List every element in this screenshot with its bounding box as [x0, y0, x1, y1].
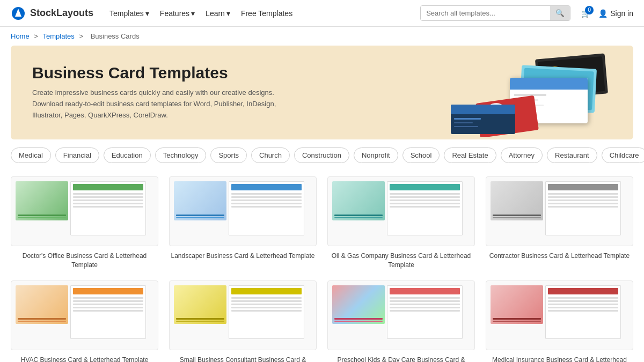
template-preview-preschool	[327, 280, 475, 350]
search-bar: 🔍	[420, 5, 570, 21]
template-grid: Doctor's Office Business Card & Letterhe…	[0, 171, 644, 362]
hero-section: Business Card Templates Create impressiv…	[11, 46, 633, 139]
category-restaurant[interactable]: Restaurant	[547, 147, 597, 163]
search-icon: 🔍	[555, 9, 565, 17]
nav-templates[interactable]: Templates ▾	[109, 9, 149, 18]
nav-learn[interactable]: Learn ▾	[206, 9, 230, 18]
template-card-consultant[interactable]: Small Business Consultant Business Card …	[169, 280, 317, 362]
logo-text: StockLayouts	[30, 8, 93, 19]
navbar: StockLayouts Templates ▾ Features ▾ Lear…	[0, 0, 644, 27]
svg-rect-10	[510, 87, 588, 90]
template-card-oilgas[interactable]: Oil & Gas Company Business Card & Letter…	[327, 176, 475, 270]
nav-free-templates[interactable]: Free Templates	[241, 9, 292, 18]
template-preview-consultant	[169, 280, 317, 350]
category-medical[interactable]: Medical	[11, 147, 51, 163]
category-sports[interactable]: Sports	[210, 147, 247, 163]
template-title: Oil & Gas Company Business Card & Letter…	[327, 252, 475, 270]
template-card-landscaper[interactable]: Landscaper Business Card & Letterhead Te…	[169, 176, 317, 270]
category-school[interactable]: School	[402, 147, 440, 163]
svg-rect-11	[514, 94, 546, 96]
category-financial[interactable]: Financial	[55, 147, 99, 163]
template-title: Small Business Consultant Business Card …	[169, 356, 317, 362]
sign-in-button[interactable]: 👤 Sign in	[598, 9, 633, 18]
template-card-doctors[interactable]: Doctor's Office Business Card & Letterhe…	[11, 176, 158, 270]
breadcrumb-current: Business Cards	[91, 32, 140, 40]
site-logo[interactable]: StockLayouts	[11, 6, 93, 21]
template-title: Doctor's Office Business Card & Letterhe…	[11, 252, 158, 270]
nav-right: 🛒 0 👤 Sign in	[581, 9, 633, 18]
template-preview-doctors	[11, 176, 158, 246]
template-title: Medical Insurance Business Card & Letter…	[486, 356, 633, 362]
logo-icon	[11, 6, 26, 21]
template-title: HVAC Business Card & Letterhead Template	[11, 356, 158, 362]
nav-features[interactable]: Features ▾	[160, 9, 195, 18]
hero-title: Business Card Templates	[32, 64, 301, 82]
hero-description: Create impressive business cards quickly…	[32, 87, 301, 121]
template-preview-contractor	[486, 176, 633, 246]
hero-images: Business MEDIA	[445, 51, 617, 137]
category-church[interactable]: Church	[251, 147, 290, 163]
svg-rect-20	[454, 118, 481, 120]
category-education[interactable]: Education	[104, 147, 151, 163]
category-construction[interactable]: Construction	[294, 147, 349, 163]
nav-links: Templates ▾ Features ▾ Learn ▾ Free Temp…	[109, 9, 420, 18]
search-button[interactable]: 🔍	[550, 6, 570, 20]
svg-rect-19	[451, 105, 515, 114]
cart-badge: 0	[585, 6, 594, 14]
breadcrumb: Home > Templates > Business Cards	[0, 27, 644, 46]
template-title: Landscaper Business Card & Letterhead Te…	[169, 252, 317, 261]
template-preview-medinsurance	[486, 280, 633, 350]
template-card-preschool[interactable]: Preschool Kids & Day Care Business Card …	[327, 280, 475, 362]
template-preview-hvac	[11, 280, 158, 350]
cart-button[interactable]: 🛒 0	[581, 9, 590, 18]
template-card-contractor[interactable]: Contractor Business Card & Letterhead Te…	[486, 176, 633, 270]
template-preview-landscaper	[169, 176, 317, 246]
chevron-down-icon: ▾	[145, 9, 149, 18]
breadcrumb-templates[interactable]: Templates	[43, 32, 75, 40]
category-nonprofit[interactable]: Nonprofit	[354, 147, 398, 163]
template-card-hvac[interactable]: HVAC Business Card & Letterhead Template	[11, 280, 158, 362]
category-attorney[interactable]: Attorney	[501, 147, 543, 163]
breadcrumb-home[interactable]: Home	[11, 32, 30, 40]
chevron-down-icon: ▾	[226, 9, 230, 18]
template-preview-oilgas	[327, 176, 475, 246]
search-input[interactable]	[421, 6, 550, 20]
chevron-down-icon: ▾	[191, 9, 195, 18]
template-title: Preschool Kids & Day Care Business Card …	[327, 356, 475, 362]
template-title: Contractor Business Card & Letterhead Te…	[486, 252, 633, 261]
hero-card-visual: Business MEDIA	[445, 51, 617, 137]
template-card-medinsurance[interactable]: Medical Insurance Business Card & Letter…	[486, 280, 633, 362]
category-realestate[interactable]: Real Estate	[444, 147, 496, 163]
category-childcare[interactable]: Childcare	[602, 147, 644, 163]
category-technology[interactable]: Technology	[155, 147, 207, 163]
categories-bar: Medical Financial Education Technology S…	[0, 139, 644, 171]
hero-text: Business Card Templates Create impressiv…	[32, 64, 301, 121]
user-icon: 👤	[598, 9, 608, 18]
svg-rect-22	[454, 126, 478, 127]
svg-rect-21	[454, 122, 473, 123]
